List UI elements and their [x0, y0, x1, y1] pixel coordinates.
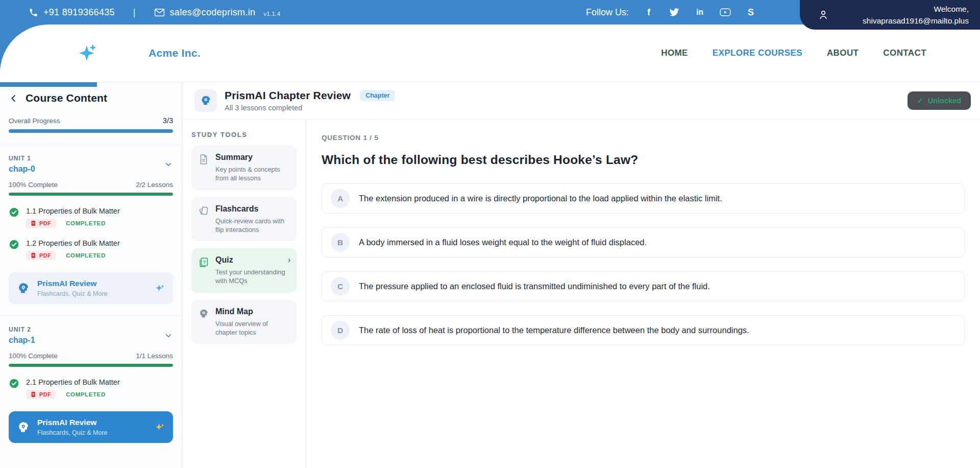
overall-progress-count: 3/3 — [163, 116, 173, 125]
option-letter: A — [331, 189, 350, 208]
unit-1-progress-bar — [9, 193, 173, 196]
quiz-panel: QUESTION 1 / 5 Which of the following be… — [306, 120, 980, 468]
option-a[interactable]: A The extension produced in a wire is di… — [322, 183, 965, 214]
tool-title: Summary — [215, 153, 287, 162]
study-tools-label: STUDY TOOLS — [191, 131, 297, 138]
ai-card-title: PrismAI Review — [37, 279, 108, 288]
tool-title: Mind Map — [215, 307, 287, 316]
user-icon[interactable] — [817, 9, 829, 21]
youtube-icon[interactable] — [720, 7, 731, 18]
sparkle-icon — [155, 283, 165, 293]
unit-2-kicker: UNIT 2 — [9, 326, 35, 333]
unit-2-percent: 100% Complete — [9, 352, 58, 360]
linkedin-icon[interactable]: in — [694, 7, 705, 18]
welcome-greeting: Welcome, — [863, 3, 969, 15]
quiz-icon: ? — [198, 256, 209, 286]
nav-explore-courses[interactable]: EXPLORE COURSES — [713, 48, 802, 58]
option-letter: D — [331, 321, 350, 340]
ai-card-subtitle: Flashcards, Quiz & More — [37, 429, 108, 436]
main-nav: HOME EXPLORE COURSES ABOUT CONTACT — [661, 48, 926, 58]
app-window: +91 8919366435 | sales@codeprism.in v1.1… — [0, 0, 980, 468]
status-badge: COMPLETED — [66, 220, 106, 226]
chapter-subtitle: All 3 lessons completed — [225, 104, 395, 112]
pdf-file-icon — [31, 220, 37, 226]
back-chevron-icon[interactable] — [9, 93, 18, 103]
tool-card-summary[interactable]: Summary Key points & concepts from all l… — [191, 146, 297, 190]
pdf-badge: PDF — [26, 390, 56, 399]
lesson-item-1-1[interactable]: 1.1 Properties of Bulk Matter PDF COMPLE… — [9, 207, 173, 228]
unit-1-header[interactable]: UNIT 1 chap-0 — [9, 155, 173, 174]
prismai-review-card-unit-1[interactable]: PrismAI Review Flashcards, Quiz & More — [9, 272, 173, 304]
lesson-title: 1.1 Properties of Bulk Matter — [26, 207, 120, 215]
content-column: PrismAI Chapter Review Chapter All 3 les… — [182, 82, 980, 468]
option-c[interactable]: C The pressure applied to an enclosed fl… — [322, 271, 965, 301]
flashcards-icon — [198, 205, 209, 235]
question-text: Which of the following best describes Ho… — [322, 153, 965, 167]
option-text: The extension produced in a wire is dire… — [359, 194, 722, 203]
chevron-down-icon[interactable] — [164, 160, 173, 169]
twitter-icon[interactable] — [669, 7, 680, 18]
option-text: The rate of loss of heat is proportional… — [359, 325, 749, 335]
welcome-message: Welcome, shivaprasad1916@mailto.plus — [863, 3, 980, 27]
brand-name[interactable]: Acme Inc. — [149, 47, 201, 59]
question-counter: QUESTION 1 / 5 — [322, 134, 965, 142]
tool-card-mind-map[interactable]: Mind Map Visual overview of chapter topi… — [191, 300, 297, 344]
lesson-title: 2.1 Properties of Bulk Matter — [26, 378, 120, 386]
ai-head-icon — [200, 95, 212, 107]
nav-about[interactable]: ABOUT — [827, 48, 859, 58]
course-content-sidebar: Course Content Overall Progress 3/3 UNIT… — [0, 82, 182, 468]
status-badge: COMPLETED — [66, 252, 106, 259]
mind-map-icon — [198, 308, 209, 337]
option-letter: B — [331, 233, 350, 252]
option-b[interactable]: B A body immersed in a fluid loses weigh… — [322, 227, 965, 258]
site-header: Acme Inc. HOME EXPLORE COURSES ABOUT CON… — [0, 25, 980, 82]
tool-card-flashcards[interactable]: Flashcards Quick-review cards with flip … — [191, 197, 297, 242]
ai-head-icon — [16, 420, 30, 434]
ai-head-icon — [16, 282, 30, 295]
facebook-icon[interactable]: f — [643, 7, 654, 18]
unlocked-button[interactable]: ✓ Unlocked — [908, 91, 971, 110]
chevron-down-icon[interactable] — [164, 331, 173, 340]
unit-2-progress-bar — [9, 364, 173, 367]
email-contact[interactable]: sales@codeprism.in v1.1.4 — [154, 7, 281, 18]
lesson-item-2-1[interactable]: 2.1 Properties of Bulk Matter PDF COMPLE… — [9, 378, 173, 399]
unit-2-header[interactable]: UNIT 2 chap-1 — [9, 326, 173, 345]
mail-icon — [154, 8, 165, 17]
prismai-review-card-unit-2-selected[interactable]: PrismAI Review Flashcards, Quiz & More — [9, 411, 173, 443]
nav-home[interactable]: HOME — [661, 48, 688, 58]
check-circle-icon — [9, 378, 19, 399]
main-area: Course Content Overall Progress 3/3 UNIT… — [0, 82, 980, 468]
study-tools-panel: STUDY TOOLS Summary Key points & concept… — [182, 120, 306, 468]
lesson-item-1-2[interactable]: 1.2 Properties of Bulk Matter PDF COMPLE… — [9, 239, 173, 260]
phone-contact[interactable]: +91 8919366435 — [29, 7, 115, 18]
option-text: A body immersed in a fluid loses weight … — [359, 238, 647, 247]
phone-icon — [29, 8, 38, 17]
user-welcome-panel: Welcome, shivaprasad1916@mailto.plus — [800, 0, 980, 30]
tool-description: Visual overview of chapter topics — [215, 319, 287, 337]
sparkle-logo-icon — [77, 41, 100, 65]
chapter-title: PrismAI Chapter Review — [225, 89, 351, 102]
skype-icon[interactable]: S — [745, 7, 756, 18]
topbar-separator: | — [133, 7, 136, 18]
option-letter: C — [331, 277, 350, 296]
option-d[interactable]: D The rate of loss of heat is proportion… — [322, 315, 965, 345]
unit-1-lessons-count: 2/2 Lessons — [136, 181, 173, 189]
nav-contact[interactable]: CONTACT — [883, 48, 926, 58]
pdf-file-icon — [31, 252, 37, 259]
overall-progress-bar — [9, 129, 173, 133]
chapter-header: PrismAI Chapter Review Chapter All 3 les… — [182, 82, 980, 120]
phone-number: +91 8919366435 — [43, 7, 115, 18]
pdf-file-icon — [31, 391, 37, 397]
unlocked-label: Unlocked — [928, 97, 961, 105]
sidebar-divider — [0, 144, 182, 145]
tool-card-quiz[interactable]: ? Quiz Test your understanding with MCQs… — [191, 248, 297, 293]
status-badge: COMPLETED — [66, 391, 106, 397]
svg-text:?: ? — [203, 260, 206, 265]
check-icon: ✓ — [917, 97, 923, 105]
unit-1-title: chap-0 — [9, 165, 35, 174]
pdf-badge: PDF — [26, 219, 56, 228]
brand-logo[interactable] — [77, 41, 100, 65]
email-address: sales@codeprism.in — [170, 7, 256, 18]
check-circle-icon — [9, 207, 19, 228]
chapter-icon-box — [194, 89, 217, 112]
